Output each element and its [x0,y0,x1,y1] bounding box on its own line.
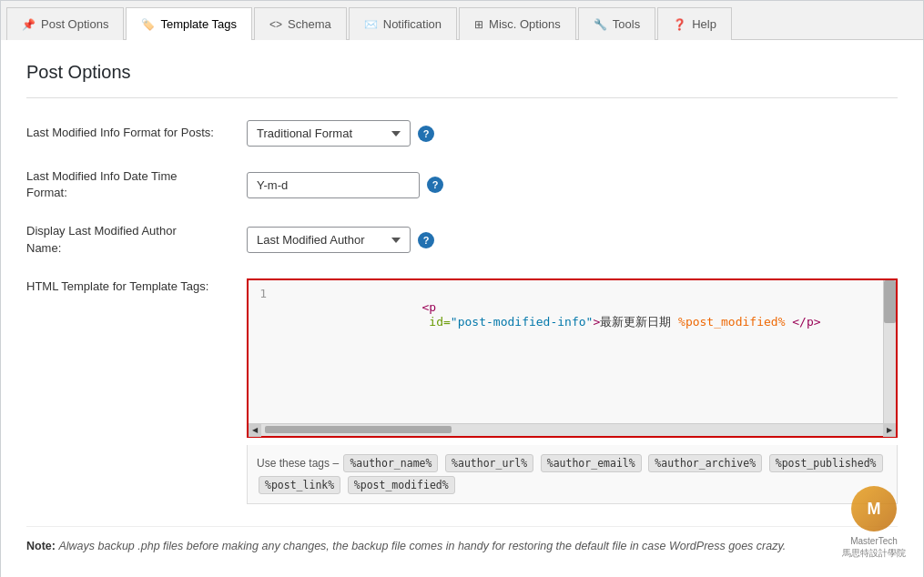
tab-post-options-label: Post Options [41,17,108,31]
code-content-area: 1 <p id="post-modified-info">最新更新日期 %pos… [249,280,883,423]
code-editor-container: 1 <p id="post-modified-info">最新更新日期 %pos… [247,278,898,438]
tab-help[interactable]: ❓ Help [657,7,732,40]
format-select[interactable]: Traditional Format Custom Format [247,120,411,147]
tag-author-email: %author_email% [541,454,642,472]
code-empty-space [249,350,883,423]
datetime-control: Y-m-d ? [247,172,443,198]
code-close-tag: </p> [792,315,820,329]
notification-icon: ✉️ [364,18,378,31]
code-attr-value: "post-modified-info" [451,315,594,329]
author-row: Display Last Modified AuthorName: Last M… [26,223,898,256]
tab-notification[interactable]: ✉️ Notification [349,7,457,40]
datetime-input[interactable]: Y-m-d [247,172,420,198]
code-tag-open: <p [422,300,437,314]
tools-icon: 🔧 [594,18,607,31]
watermark-letter: M [868,500,881,519]
author-help-icon[interactable]: ? [418,232,434,248]
code-chinese-text: 最新更新日期 [600,315,678,329]
format-help-icon[interactable]: ? [418,126,434,142]
watermark-logo: M [851,486,897,531]
tab-notification-label: Notification [383,17,442,31]
page-title: Post Options [26,62,898,83]
note-section: Note: Always backup .php files before ma… [26,526,898,555]
scrollbar-y-thumb [884,280,896,323]
tab-template-tags-label: Template Tags [160,17,237,31]
line-number-1: 1 [249,286,276,300]
format-row: Last Modified Info Format for Posts: Tra… [26,120,898,147]
tag-author-name: %author_name% [343,454,438,472]
tab-post-options[interactable]: 📌 Post Options [6,7,124,40]
tab-schema[interactable]: <> Schema [254,7,347,40]
tab-help-label: Help [692,17,716,31]
watermark-line2: MasterTech [842,535,906,547]
tag-post-link: %post_link% [259,476,340,494]
scrollbar-y[interactable] [883,280,896,423]
scrollbar-x-thumb [265,426,452,433]
datetime-row: Last Modified Info Date TimeFormat: Y-m-… [26,168,898,201]
tab-template-tags[interactable]: 🏷️ Template Tags [126,7,252,40]
note-text: Always backup .php files before making a… [58,540,786,552]
scroll-left-btn[interactable]: ◀ [249,424,261,437]
tab-tools[interactable]: 🔧 Tools [578,7,655,40]
scrollbar-x-track [261,424,883,436]
datetime-label: Last Modified Info Date TimeFormat: [26,168,236,201]
tags-label: Use these tags – [257,457,341,470]
html-template-row: HTML Template for Template Tags: 1 <p [26,278,898,504]
divider [26,97,898,98]
tag-author-archive: %author_archive% [648,454,762,472]
tab-schema-label: Schema [288,17,331,31]
post-options-icon: 📌 [22,18,36,31]
schema-icon: <> [269,18,282,31]
author-label: Display Last Modified AuthorName: [26,223,236,256]
scrollbar-x-row: ◀ ▶ [249,423,896,436]
note-prefix: Note: [26,540,56,552]
format-label: Last Modified Info Format for Posts: [26,125,236,141]
tag-author-url: %author_url% [445,454,533,472]
watermark: M MasterTech 馬思特設計學院 [842,486,906,559]
code-variable: %post_modified% [678,315,785,329]
tags-section: Use these tags – %author_name% %author_u… [247,445,898,504]
misc-icon: ⊞ [474,18,483,31]
html-template-editor-wrap: 1 <p id="post-modified-info">最新更新日期 %pos… [247,278,898,504]
tab-misc-options-label: Misc. Options [489,17,561,31]
code-inner: 1 <p id="post-modified-info">最新更新日期 %pos… [249,280,883,423]
tab-tools-label: Tools [613,17,640,31]
help-icon: ❓ [673,18,686,31]
template-tags-icon: 🏷️ [141,18,155,31]
tab-misc-options[interactable]: ⊞ Misc. Options [459,7,576,40]
format-control: Traditional Format Custom Format ? [247,120,434,147]
code-line-1: 1 <p id="post-modified-info">最新更新日期 %pos… [249,280,883,350]
scroll-right-btn[interactable]: ▶ [883,424,896,437]
code-scroll-area: 1 <p id="post-modified-info">最新更新日期 %pos… [249,280,896,423]
tag-post-published: %post_published% [769,454,883,472]
datetime-help-icon[interactable]: ? [427,177,443,193]
code-attr-name: id= [422,315,451,329]
watermark-text: MasterTech 馬思特設計學院 [842,535,906,559]
author-control: Last Modified Author Original Author Bot… [247,227,434,253]
code-text-1: <p id="post-modified-info">最新更新日期 %post_… [276,286,883,345]
watermark-line1: 馬思特設計學院 [842,547,906,559]
author-select[interactable]: Last Modified Author Original Author Bot… [247,227,411,253]
tag-post-modified: %post_modified% [348,476,455,494]
html-template-label: HTML Template for Template Tags: [26,278,236,295]
